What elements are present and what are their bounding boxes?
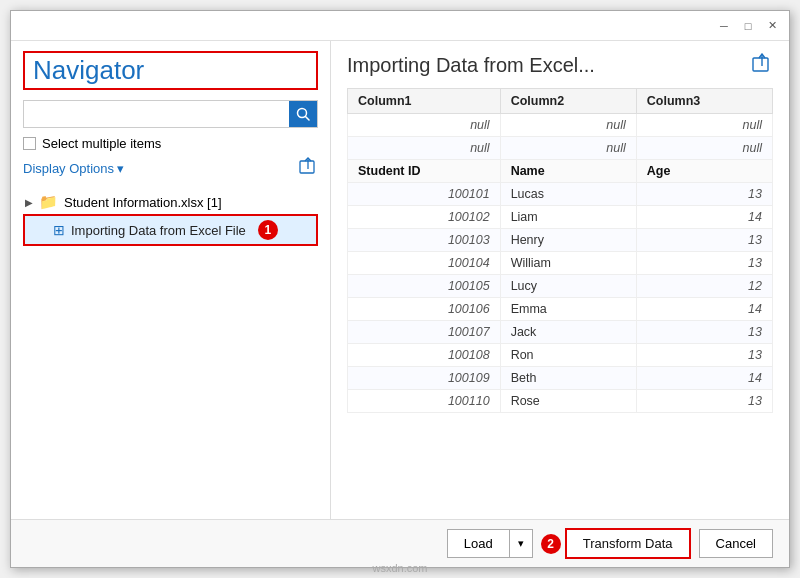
transform-group: 2 Transform Data bbox=[541, 528, 691, 559]
cell-c2: Jack bbox=[500, 321, 636, 344]
cell-c1: 100109 bbox=[348, 367, 501, 390]
table-row: 100110 Rose 13 bbox=[348, 390, 773, 413]
cell-c3: 13 bbox=[636, 183, 772, 206]
display-options-button[interactable]: Display Options ▾ bbox=[23, 161, 124, 176]
cell-c1: 100105 bbox=[348, 275, 501, 298]
minimize-button[interactable]: ─ bbox=[715, 17, 733, 35]
cell-c3: 14 bbox=[636, 206, 772, 229]
tree-item-badge: 1 bbox=[258, 220, 278, 240]
load-button[interactable]: Load bbox=[447, 529, 509, 558]
cell-c1: 100107 bbox=[348, 321, 501, 344]
cell-c1: Student ID bbox=[348, 160, 501, 183]
tree-item-excel-file[interactable]: ⊞ Importing Data from Excel File 1 bbox=[23, 214, 318, 246]
cell-c1: 100102 bbox=[348, 206, 501, 229]
cell-c3: 13 bbox=[636, 229, 772, 252]
search-button[interactable] bbox=[289, 101, 317, 127]
select-multiple-checkbox[interactable] bbox=[23, 137, 36, 150]
table-row: 100102 Liam 14 bbox=[348, 206, 773, 229]
table-row: 100104 William 13 bbox=[348, 252, 773, 275]
cell-c2: null bbox=[500, 137, 636, 160]
folder-triangle: ▶ bbox=[25, 197, 33, 208]
cell-c3: null bbox=[636, 114, 772, 137]
navigator-dialog: ─ □ ✕ Navigator Select multiple items bbox=[10, 10, 790, 568]
export-right-icon bbox=[751, 53, 773, 75]
cell-c3: 13 bbox=[636, 344, 772, 367]
left-panel: Navigator Select multiple items Display … bbox=[11, 41, 331, 519]
load-dropdown-button[interactable]: ▾ bbox=[509, 529, 533, 558]
table-row: 100108 Ron 13 bbox=[348, 344, 773, 367]
svg-line-1 bbox=[306, 117, 310, 121]
col-header-1: Column1 bbox=[348, 89, 501, 114]
navigator-title: Navigator bbox=[23, 51, 318, 90]
maximize-button[interactable]: □ bbox=[739, 17, 757, 35]
cell-c3: 12 bbox=[636, 275, 772, 298]
table-row: 100105 Lucy 12 bbox=[348, 275, 773, 298]
export-icon-right[interactable] bbox=[751, 53, 773, 78]
cell-c1: 100101 bbox=[348, 183, 501, 206]
cell-c2: Lucy bbox=[500, 275, 636, 298]
tree-item-label: Importing Data from Excel File bbox=[71, 223, 246, 238]
display-options-label: Display Options bbox=[23, 161, 114, 176]
export-left-icon bbox=[298, 157, 318, 177]
cell-c1: null bbox=[348, 137, 501, 160]
cell-c3: 14 bbox=[636, 298, 772, 321]
cell-c2: Name bbox=[500, 160, 636, 183]
cell-c1: 100110 bbox=[348, 390, 501, 413]
table-header-row: Column1 Column2 Column3 bbox=[348, 89, 773, 114]
search-input[interactable] bbox=[24, 103, 289, 126]
display-options-row: Display Options ▾ bbox=[23, 157, 318, 180]
cell-c2: Henry bbox=[500, 229, 636, 252]
right-panel-title: Importing Data from Excel... bbox=[347, 54, 595, 77]
dialog-body: Navigator Select multiple items Display … bbox=[11, 41, 789, 519]
select-multiple-row: Select multiple items bbox=[23, 136, 318, 151]
col-header-3: Column3 bbox=[636, 89, 772, 114]
title-bar: ─ □ ✕ bbox=[11, 11, 789, 41]
table-icon: ⊞ bbox=[53, 222, 65, 238]
table-row: null null null bbox=[348, 114, 773, 137]
load-button-group: Load ▾ bbox=[447, 529, 533, 558]
table-row: Student ID Name Age bbox=[348, 160, 773, 183]
transform-badge: 2 bbox=[541, 534, 561, 554]
cell-c2: null bbox=[500, 114, 636, 137]
svg-rect-4 bbox=[753, 58, 768, 71]
col-header-2: Column2 bbox=[500, 89, 636, 114]
cell-c2: Liam bbox=[500, 206, 636, 229]
cell-c1: 100106 bbox=[348, 298, 501, 321]
dialog-footer: Load ▾ 2 Transform Data Cancel bbox=[11, 519, 789, 567]
search-row bbox=[23, 100, 318, 128]
cell-c3: 13 bbox=[636, 252, 772, 275]
tree-area: ▶ 📁 Student Information.xlsx [1] ⊞ Impor… bbox=[23, 190, 318, 509]
table-row: 100106 Emma 14 bbox=[348, 298, 773, 321]
close-button[interactable]: ✕ bbox=[763, 17, 781, 35]
cell-c3: 13 bbox=[636, 390, 772, 413]
tree-folder[interactable]: ▶ 📁 Student Information.xlsx [1] bbox=[23, 190, 318, 214]
cell-c3: 13 bbox=[636, 321, 772, 344]
title-bar-controls: ─ □ ✕ bbox=[715, 17, 781, 35]
svg-rect-2 bbox=[300, 161, 314, 173]
cell-c2: Beth bbox=[500, 367, 636, 390]
watermark: wsxdn.com bbox=[372, 562, 427, 574]
search-icon bbox=[296, 107, 310, 121]
right-panel: Importing Data from Excel... Column1 Col… bbox=[331, 41, 789, 519]
table-row: 100101 Lucas 13 bbox=[348, 183, 773, 206]
cell-c1: null bbox=[348, 114, 501, 137]
cancel-button[interactable]: Cancel bbox=[699, 529, 773, 558]
table-row: 100109 Beth 14 bbox=[348, 367, 773, 390]
cell-c3: null bbox=[636, 137, 772, 160]
cell-c2: Lucas bbox=[500, 183, 636, 206]
data-table: Column1 Column2 Column3 null null null n… bbox=[347, 88, 773, 413]
cell-c1: 100104 bbox=[348, 252, 501, 275]
cell-c1: 100103 bbox=[348, 229, 501, 252]
table-row: null null null bbox=[348, 137, 773, 160]
cell-c2: William bbox=[500, 252, 636, 275]
export-icon-left[interactable] bbox=[298, 157, 318, 180]
cell-c2: Rose bbox=[500, 390, 636, 413]
table-row: 100107 Jack 13 bbox=[348, 321, 773, 344]
display-options-arrow: ▾ bbox=[117, 161, 124, 176]
cell-c3: 14 bbox=[636, 367, 772, 390]
select-multiple-label: Select multiple items bbox=[42, 136, 161, 151]
cell-c2: Ron bbox=[500, 344, 636, 367]
table-row: 100103 Henry 13 bbox=[348, 229, 773, 252]
transform-data-button[interactable]: Transform Data bbox=[565, 528, 691, 559]
right-header: Importing Data from Excel... bbox=[347, 53, 773, 78]
